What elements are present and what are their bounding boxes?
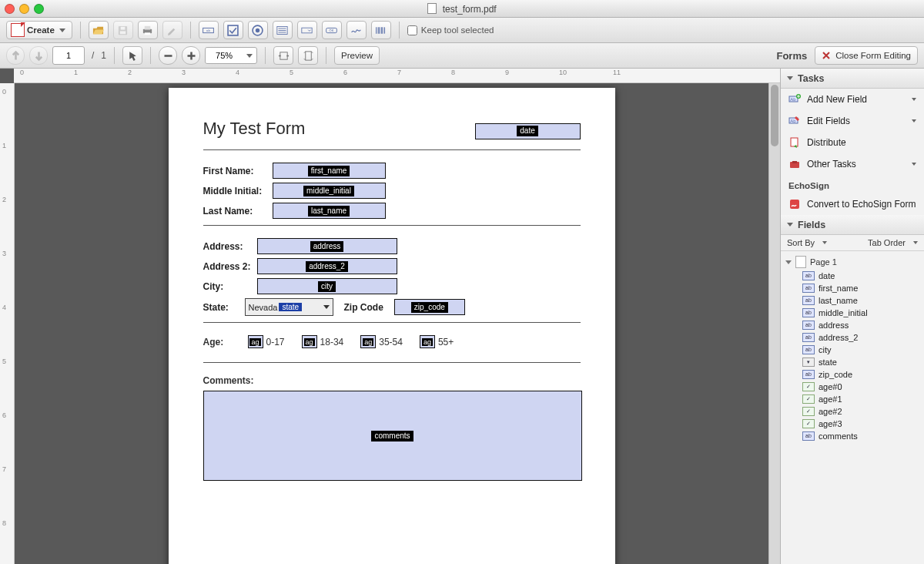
signature-tool[interactable] <box>346 21 367 39</box>
page-separator: / <box>92 50 94 61</box>
document-page[interactable]: My Test Form date First Name:first_name … <box>169 88 615 564</box>
field-last-name[interactable]: last_name <box>273 203 386 219</box>
dropdown-tool[interactable] <box>297 21 317 39</box>
canvas-area: 01234567891011 0123456789 My Test Form d… <box>0 69 780 564</box>
field-name: address_2 <box>819 333 858 342</box>
field-address2[interactable]: address_2 <box>257 258 397 274</box>
print-button[interactable] <box>138 21 158 39</box>
field-item[interactable]: abmiddle_initial <box>785 307 919 319</box>
create-button[interactable]: Create <box>6 21 72 39</box>
field-type-icon: ▾ <box>802 358 815 367</box>
field-item[interactable]: ✓age#3 <box>785 418 919 430</box>
field-name: state <box>819 358 837 367</box>
field-item[interactable]: abaddress_2 <box>785 331 919 344</box>
field-name: city <box>819 345 832 354</box>
field-item[interactable]: abzip_code <box>785 368 919 381</box>
barcode-tool[interactable] <box>371 21 391 39</box>
field-first-name[interactable]: first_name <box>273 163 386 179</box>
checkbox-tool[interactable] <box>223 21 243 39</box>
field-type-icon: ✓ <box>802 407 815 416</box>
field-item[interactable]: ablast_name <box>785 294 919 307</box>
zoom-out-button[interactable] <box>159 46 177 65</box>
select-tool[interactable] <box>122 46 142 65</box>
convert-echosign-button[interactable]: Convert to EchoSign Form <box>781 193 924 215</box>
tab-order-dropdown[interactable]: Tab Order <box>868 238 918 247</box>
field-middle-initial[interactable]: middle_initial <box>273 183 386 199</box>
other-icon <box>788 158 801 170</box>
tree-page-node[interactable]: Page 1 <box>785 254 919 270</box>
toolbar-secondary: / 1 Preview Forms Close Form Editing <box>0 43 924 69</box>
chevron-down-icon[interactable] <box>246 54 253 58</box>
age-option-label: 0-17 <box>266 337 285 347</box>
svg-rect-34 <box>791 138 798 146</box>
sort-by-dropdown[interactable]: Sort By <box>787 238 827 247</box>
page-number-input[interactable] <box>52 46 85 65</box>
checkbox-icon: ag <box>360 335 376 348</box>
task-distribute[interactable]: Distribute <box>781 132 924 153</box>
open-button[interactable] <box>89 21 109 39</box>
fields-tree[interactable]: Page 1 abdateabfirst_nameablast_nameabmi… <box>781 251 924 564</box>
first-name-label: First Name: <box>203 166 273 176</box>
edit-field-icon: Ab <box>788 115 801 127</box>
fit-width-button[interactable] <box>273 46 293 65</box>
keep-tool-selected-checkbox[interactable]: Keep tool selected <box>407 25 494 35</box>
fields-panel-header[interactable]: Fields <box>781 215 924 235</box>
field-state[interactable]: Nevada state <box>245 298 333 316</box>
chevron-down-icon <box>912 119 916 123</box>
tasks-panel-header[interactable]: Tasks <box>781 69 924 89</box>
next-page-button[interactable] <box>29 46 48 65</box>
radio-tool[interactable] <box>248 21 268 39</box>
field-item[interactable]: abcity <box>785 344 919 356</box>
chevron-down-icon <box>913 241 918 244</box>
page-total: 1 <box>101 50 106 61</box>
task-other[interactable]: Other Tasks <box>781 153 924 175</box>
age-option-2[interactable]: ag35-54 <box>360 335 403 348</box>
field-type-icon: ab <box>802 296 815 305</box>
field-item[interactable]: ✓age#1 <box>785 393 919 405</box>
edit-button[interactable] <box>162 21 182 39</box>
chevron-down-icon <box>787 76 793 80</box>
field-name: zip_code <box>819 370 852 379</box>
age-group: Age: ag0-17ag18-34ag35-54ag55+ <box>203 335 581 348</box>
field-address[interactable]: address <box>257 238 397 254</box>
chevron-down-icon <box>785 260 792 264</box>
fit-page-button[interactable] <box>298 46 318 65</box>
field-zip[interactable]: zip_code <box>394 299 465 315</box>
svg-rect-28 <box>305 51 311 59</box>
field-comments[interactable]: comments <box>203 391 582 481</box>
button-tool[interactable]: OK <box>322 21 342 39</box>
field-item[interactable]: ▾state <box>785 356 919 368</box>
save-button[interactable] <box>113 21 133 39</box>
field-item[interactable]: abdate <box>785 270 919 282</box>
field-item[interactable]: ✓age#0 <box>785 381 919 393</box>
close-form-editing-button[interactable]: Close Form Editing <box>815 46 918 65</box>
field-item[interactable]: ✓age#2 <box>785 405 919 418</box>
task-add-field[interactable]: AbAdd New Field <box>781 89 924 110</box>
comments-label: Comments: <box>203 375 581 386</box>
preview-button[interactable]: Preview <box>334 46 380 65</box>
task-label: Add New Field <box>807 94 867 105</box>
field-item[interactable]: abaddress <box>785 319 919 331</box>
vertical-scrollbar[interactable] <box>768 83 780 564</box>
field-city[interactable]: city <box>257 278 397 294</box>
field-item[interactable]: abcomments <box>785 430 919 442</box>
chevron-down-icon <box>59 29 65 32</box>
svg-rect-27 <box>280 52 286 59</box>
age-option-1[interactable]: ag18-34 <box>302 335 344 348</box>
field-item[interactable]: abfirst_name <box>785 282 919 294</box>
listbox-tool[interactable] <box>273 21 293 39</box>
field-date[interactable]: date <box>475 123 581 139</box>
prev-page-button[interactable] <box>6 46 25 65</box>
close-form-editing-label: Close Form Editing <box>835 51 911 60</box>
keep-tool-checkbox[interactable] <box>407 25 417 35</box>
age-option-0[interactable]: ag0-17 <box>248 335 285 348</box>
field-type-icon: ab <box>802 308 815 317</box>
field-name: age#2 <box>819 407 842 416</box>
task-edit-field[interactable]: AbEdit Fields <box>781 110 924 132</box>
age-option-label: 18-34 <box>320 337 344 347</box>
age-option-3[interactable]: ag55+ <box>420 335 454 348</box>
zoom-in-button[interactable] <box>182 46 200 65</box>
field-name: first_name <box>819 284 858 293</box>
text-field-tool[interactable]: ab <box>199 21 219 39</box>
zoom-input[interactable] <box>206 48 243 63</box>
